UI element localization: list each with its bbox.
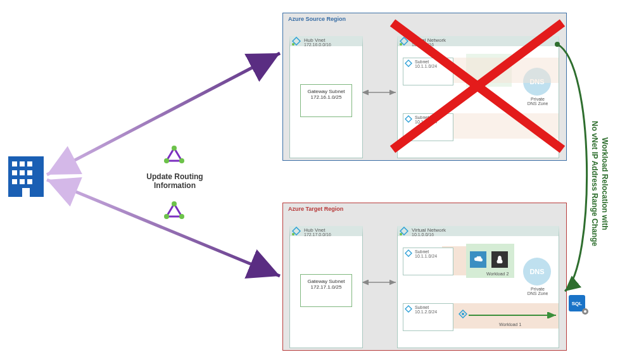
svg-point-13 [292,233,294,235]
target-workload1-label: Workload 1 [499,322,521,327]
onprem-building-icon [8,156,44,197]
target-subnet-1: Subnet10.1.1.0/24 [403,248,453,275]
target-gateway-subnet: Gateway Subnet172.17.1.0/25 [300,274,352,307]
bgp-icon [165,147,183,163]
sql-gear-icon [581,308,589,315]
target-spoke-vnet: Virtual Network 10.1.0.0/16 DNS PrivateD… [397,226,559,348]
svg-point-8 [292,43,294,46]
svg-point-3 [179,158,184,163]
target-subnet-2: Subnet10.1.2.0/24 [403,303,453,331]
target-hub-vnet: Hub Vnet 172.17.0.0/16 Gateway Subnet172… [289,226,363,348]
subnet-icon [405,305,412,313]
svg-point-7 [164,214,169,219]
vnet-icon [292,227,301,235]
svg-point-15 [400,233,402,235]
arrow-onprem-to-source [44,51,282,177]
private-endpoint-icon [459,310,467,318]
svg-point-20 [555,42,560,47]
source-hub-vnet: Hub Vnet 172.16.0.0/16 Gateway Subnet172… [289,36,363,158]
azure-target-region: Azure Target Region Hub Vnet 172.17.0.0/… [282,203,567,351]
source-region-title: Azure Source Region [288,16,346,22]
svg-line-1 [47,180,280,276]
svg-point-6 [179,214,184,219]
target-workload2-label: Workload 2 [486,272,509,276]
private-dns-label: PrivateDNS Zone [522,287,554,296]
bgp-icon [165,203,183,219]
linux-vm-icon [491,251,508,268]
target-workload1-arrow [469,312,557,318]
target-region-title: Azure Target Region [288,206,343,212]
svg-point-2 [172,146,177,151]
source-removed-x-icon [386,16,569,156]
cloud-vm-icon [470,251,486,268]
svg-point-4 [164,158,169,163]
vnet-icon [292,37,301,46]
vnet-icon [400,227,408,235]
relocation-text-line1: Workload Relocation with [600,89,609,279]
svg-point-19 [584,310,586,313]
svg-point-5 [172,201,177,206]
private-dns-icon: DNS [523,258,551,286]
svg-point-16 [462,313,464,315]
relocation-text-line2: No vNet IP Address Range Change [590,89,599,279]
svg-line-0 [47,53,280,175]
source-gateway-subnet: Gateway Subnet172.16.1.0/25 [300,84,352,117]
subnet-icon [405,249,412,257]
target-peering-arrow [362,278,397,287]
update-routing-label: Update RoutingInformation [118,172,232,190]
arrow-onprem-to-target [44,177,282,304]
